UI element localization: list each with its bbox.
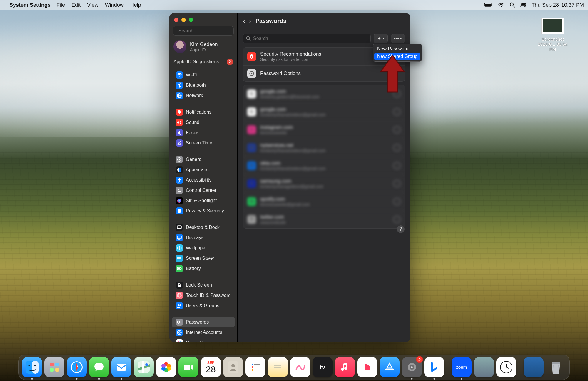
sidebar-item-focus[interactable]: Focus bbox=[172, 128, 235, 138]
info-icon[interactable]: i bbox=[393, 198, 401, 205]
dock-settings[interactable]: 2 bbox=[402, 357, 422, 377]
spotlight-icon[interactable] bbox=[510, 2, 515, 8]
dock-freeform[interactable] bbox=[290, 357, 310, 377]
help-button[interactable]: ? bbox=[397, 225, 405, 233]
dock-reminders[interactable] bbox=[245, 357, 265, 377]
sidebar-item-internet-accounts[interactable]: Internet Accounts bbox=[172, 327, 235, 337]
sidebar-item-control-center[interactable]: Control Center bbox=[172, 185, 235, 195]
menu-window[interactable]: Window bbox=[105, 2, 124, 8]
password-row[interactable]: Ggoogle.comkimberly.gedeon@futurenet.com… bbox=[243, 85, 405, 103]
dock-preview-doc[interactable] bbox=[474, 357, 494, 377]
add-button[interactable]: ＋ ▾ bbox=[374, 34, 388, 43]
dock-music[interactable] bbox=[335, 357, 355, 377]
sidebar-item-wallpaper[interactable]: Wallpaper bbox=[172, 243, 235, 253]
dock-photos[interactable] bbox=[156, 357, 176, 377]
wifi-icon[interactable] bbox=[498, 3, 505, 7]
sidebar-item-siri-spotlight[interactable]: Siri & Spotlight bbox=[172, 196, 235, 206]
account-row[interactable]: Kim Gedeon Apple ID bbox=[169, 39, 237, 56]
sidebar-item-general[interactable]: General bbox=[172, 154, 235, 164]
sidebar-item-appearance[interactable]: Appearance bbox=[172, 165, 235, 175]
info-icon[interactable]: i bbox=[393, 108, 401, 116]
menu-file[interactable]: File bbox=[56, 2, 65, 8]
menu-item-new-password[interactable]: New Password bbox=[374, 45, 420, 53]
sidebar-item-desktop-dock[interactable]: Desktop & Dock bbox=[172, 222, 235, 232]
menubar-time[interactable]: 10:37 PM bbox=[561, 2, 584, 8]
sidebar-item-users-groups[interactable]: Users & Groups bbox=[172, 301, 235, 311]
dock-contacts[interactable] bbox=[223, 357, 243, 377]
password-row[interactable]: Sspotify.comkimmissweetie@gmail.comi bbox=[243, 192, 405, 210]
dock-mail[interactable] bbox=[111, 357, 131, 377]
menu-view[interactable]: View bbox=[87, 2, 98, 8]
password-user: KimberlyShanaGedeon@gmail.com bbox=[260, 166, 326, 171]
passwords-search-input[interactable] bbox=[253, 36, 368, 41]
sidebar-item-sound[interactable]: Sound bbox=[172, 117, 235, 127]
apple-id-suggestions[interactable]: Apple ID Suggestions 2 bbox=[169, 56, 237, 68]
dock-facetime[interactable] bbox=[178, 357, 198, 377]
password-options[interactable]: Password Options bbox=[243, 65, 405, 81]
sidebar-search-input[interactable] bbox=[178, 28, 237, 34]
minimize-button[interactable] bbox=[181, 18, 186, 22]
battery-icon[interactable] bbox=[484, 3, 493, 7]
forward-button[interactable]: › bbox=[249, 17, 251, 25]
password-row[interactable]: Iinstagram.comkimmissweetiei bbox=[243, 121, 405, 139]
password-row[interactable]: Ttwitter.comseasonedcafei bbox=[243, 210, 405, 228]
passwords-search[interactable] bbox=[243, 34, 371, 43]
sidebar-item-wi-fi[interactable]: Wi-Fi bbox=[172, 70, 235, 80]
dock-messages[interactable] bbox=[89, 357, 109, 377]
sidebar-item-passwords[interactable]: Passwords bbox=[172, 317, 235, 327]
info-icon[interactable]: i bbox=[393, 216, 401, 223]
info-icon[interactable]: i bbox=[393, 90, 401, 98]
password-row[interactable]: Ookta.comKimberlyShanaGedeon@gmail.comi bbox=[243, 157, 405, 174]
sidebar-item-privacy-security[interactable]: Privacy & Security bbox=[172, 206, 235, 216]
sidebar-search[interactable] bbox=[173, 26, 234, 36]
dock-clock[interactable] bbox=[496, 357, 516, 377]
dock-trash[interactable] bbox=[546, 357, 566, 377]
dock-notes[interactable] bbox=[268, 357, 288, 377]
menu-help[interactable]: Help bbox=[130, 2, 141, 8]
sidebar-item-game-center[interactable]: Game Center bbox=[172, 338, 235, 342]
sidebar-item-touch-id-password[interactable]: Touch ID & Password bbox=[172, 290, 235, 300]
desktop-file-screenshot[interactable]: Screenshot 2023-0....35.54 PM bbox=[535, 18, 570, 51]
password-row[interactable]: Nnyiservices.netKimberlyShanaGedeon@gmai… bbox=[243, 139, 405, 157]
control-center-icon[interactable] bbox=[520, 3, 526, 7]
dock-finder[interactable] bbox=[22, 357, 42, 377]
options-title: Password Options bbox=[260, 71, 301, 76]
sidebar-item-accessibility[interactable]: Accessibility bbox=[172, 175, 235, 185]
dock-maps[interactable] bbox=[134, 357, 154, 377]
info-icon[interactable]: i bbox=[393, 180, 401, 187]
info-icon[interactable]: i bbox=[393, 126, 401, 134]
menu-item-new-shared-group[interactable]: New Shared Group bbox=[374, 53, 420, 60]
back-button[interactable]: ‹ bbox=[243, 17, 245, 25]
sidebar-item-screen-time[interactable]: Screen Time bbox=[172, 138, 235, 148]
sidebar-item-lock-screen[interactable]: Lock Screen bbox=[172, 280, 235, 290]
sidebar-item-battery[interactable]: Battery bbox=[172, 264, 235, 274]
dock-calendar[interactable]: SEP28 bbox=[201, 357, 221, 377]
sidebar-item-network[interactable]: Network bbox=[172, 91, 235, 101]
dock-bing[interactable] bbox=[424, 357, 444, 377]
dock-tv[interactable]: tv bbox=[313, 357, 333, 377]
dock-appstore[interactable] bbox=[380, 357, 400, 377]
info-icon[interactable]: i bbox=[393, 162, 401, 169]
more-button[interactable]: ••• ▾ bbox=[391, 34, 405, 43]
dock-folder[interactable] bbox=[524, 357, 544, 377]
dock-zoom[interactable]: zoom bbox=[452, 357, 472, 377]
menu-edit[interactable]: Edit bbox=[71, 2, 81, 8]
close-button[interactable] bbox=[174, 18, 178, 22]
screensaver-icon bbox=[176, 255, 183, 262]
password-row[interactable]: Ssamsung.comkimberlyshanagedeon@gmail.co… bbox=[243, 174, 405, 192]
zoom-button[interactable] bbox=[189, 18, 193, 22]
info-icon[interactable]: i bbox=[393, 144, 401, 152]
running-indicator bbox=[461, 378, 462, 380]
dock-launchpad[interactable] bbox=[44, 357, 64, 377]
menubar-app-name[interactable]: System Settings bbox=[9, 2, 51, 8]
sidebar-item-screen-saver[interactable]: Screen Saver bbox=[172, 253, 235, 263]
sidebar-list[interactable]: Wi-FiBluetoothNetworkNotificationsSoundF… bbox=[169, 68, 237, 342]
dock-news[interactable] bbox=[357, 357, 377, 377]
sidebar-item-displays[interactable]: Displays bbox=[172, 233, 235, 243]
menubar-date[interactable]: Thu Sep 28 bbox=[532, 2, 559, 8]
svg-point-9 bbox=[524, 6, 525, 7]
sidebar-item-bluetooth[interactable]: Bluetooth bbox=[172, 80, 235, 90]
password-row[interactable]: Ggoogle.comKimberlyShanaGedeon@gmail.com… bbox=[243, 103, 405, 121]
dock-safari[interactable] bbox=[67, 357, 87, 377]
sidebar-item-notifications[interactable]: Notifications bbox=[172, 107, 235, 117]
